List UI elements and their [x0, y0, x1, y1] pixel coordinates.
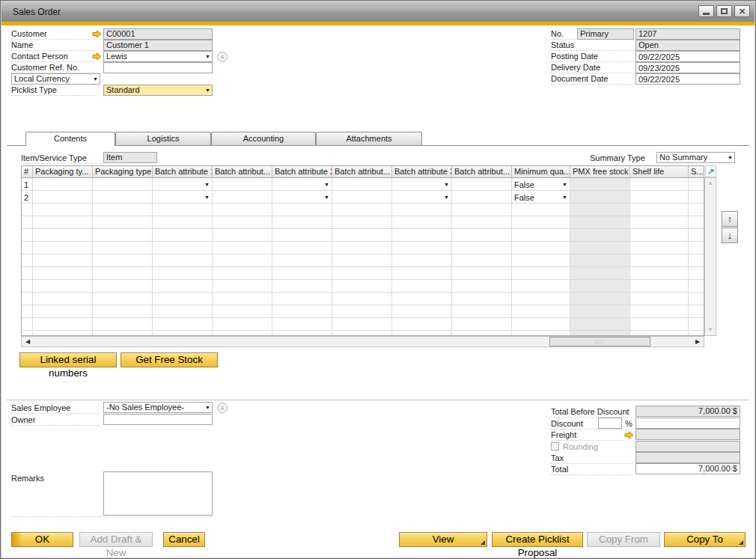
table-cell[interactable]	[33, 242, 93, 254]
table-cell[interactable]	[153, 242, 213, 254]
table-cell[interactable]	[153, 216, 213, 228]
table-cell[interactable]: ▼	[392, 178, 452, 190]
table-cell[interactable]	[570, 318, 630, 330]
table-cell[interactable]	[630, 280, 689, 292]
table-cell[interactable]	[689, 204, 704, 216]
table-cell[interactable]	[93, 267, 153, 279]
table-cell[interactable]	[332, 280, 392, 292]
table-cell[interactable]	[452, 305, 512, 317]
table-cell[interactable]	[452, 293, 512, 305]
table-cell[interactable]	[22, 267, 33, 279]
name-field[interactable]: Customer 1	[103, 40, 213, 51]
minimize-button[interactable]	[698, 5, 714, 17]
table-cell[interactable]	[213, 331, 272, 336]
table-cell[interactable]	[93, 305, 153, 317]
table-cell[interactable]	[392, 318, 452, 330]
currency-combo[interactable]: Local Currency ▼	[11, 73, 100, 85]
tab-contents[interactable]: Contents	[25, 132, 115, 146]
table-cell[interactable]	[689, 280, 704, 292]
table-cell[interactable]	[332, 267, 392, 279]
table-cell[interactable]	[22, 318, 33, 330]
table-cell[interactable]: ▼	[392, 191, 452, 203]
table-cell[interactable]	[33, 204, 93, 216]
table-cell[interactable]	[33, 191, 93, 203]
table-cell[interactable]	[332, 191, 392, 203]
table-cell[interactable]	[213, 191, 272, 203]
table-cell[interactable]	[33, 267, 93, 279]
table-cell[interactable]	[630, 242, 689, 254]
discount-percent-input[interactable]	[598, 418, 622, 429]
table-cell[interactable]	[272, 254, 332, 266]
table-cell[interactable]	[570, 204, 630, 216]
table-cell[interactable]	[93, 331, 153, 336]
get-free-stock-button[interactable]: Get Free Stock	[121, 352, 218, 367]
table-cell[interactable]	[153, 305, 213, 317]
table-cell[interactable]	[452, 267, 512, 279]
table-cell[interactable]	[392, 280, 452, 292]
contact-list-circle-icon[interactable]: ≡	[217, 52, 228, 62]
table-cell[interactable]	[452, 216, 512, 228]
document-date-input[interactable]	[635, 73, 740, 85]
horizontal-scrollbar[interactable]: ◀ ▶ ∷∷∷	[21, 336, 704, 347]
table-cell[interactable]	[272, 242, 332, 254]
tab-logistics[interactable]: Logistics	[115, 132, 211, 145]
table-cell[interactable]	[272, 293, 332, 305]
table-cell[interactable]	[332, 216, 392, 228]
table-cell[interactable]	[630, 191, 689, 203]
table-cell[interactable]	[213, 280, 272, 292]
table-cell[interactable]	[452, 280, 512, 292]
total-field[interactable]: 7,000.00 $	[635, 463, 740, 474]
table-cell[interactable]	[512, 267, 570, 279]
delivery-date-input[interactable]	[635, 62, 740, 73]
table-cell[interactable]	[93, 229, 153, 241]
table-cell[interactable]	[392, 305, 452, 317]
table-cell[interactable]	[512, 229, 570, 241]
table-cell[interactable]	[689, 254, 704, 266]
table-cell[interactable]	[93, 191, 153, 203]
scroll-down-icon[interactable]: ▼	[705, 325, 716, 335]
table-cell[interactable]: False▼	[512, 191, 570, 203]
create-picklist-proposal-button[interactable]: Create Picklist Proposal	[492, 532, 583, 547]
table-cell[interactable]	[630, 267, 689, 279]
table-cell[interactable]	[213, 254, 272, 266]
table-cell[interactable]	[33, 293, 93, 305]
scroll-up-icon[interactable]: ▲	[705, 178, 716, 189]
table-cell[interactable]	[570, 191, 630, 203]
table-cell[interactable]	[93, 318, 153, 330]
table-cell[interactable]	[22, 293, 33, 305]
table-cell[interactable]	[153, 204, 213, 216]
table-cell[interactable]	[570, 280, 630, 292]
table-cell[interactable]	[22, 242, 33, 254]
table-cell[interactable]	[213, 305, 272, 317]
table-cell[interactable]: ▼	[153, 191, 213, 203]
table-cell[interactable]	[570, 267, 630, 279]
table-cell[interactable]	[272, 305, 332, 317]
tab-attachments[interactable]: Attachments	[316, 132, 422, 145]
table-cell[interactable]	[512, 204, 570, 216]
view-button[interactable]: View	[399, 532, 487, 547]
table-cell[interactable]	[630, 305, 689, 317]
table-cell[interactable]	[689, 331, 704, 336]
contact-person-combo[interactable]: Lewis ▼	[103, 51, 213, 62]
linked-serial-numbers-button[interactable]: Linked serial numbers	[19, 352, 117, 367]
table-cell[interactable]	[332, 305, 392, 317]
freight-link-arrow-icon[interactable]	[624, 431, 634, 439]
customer-link-arrow-icon[interactable]	[92, 30, 102, 38]
ok-button[interactable]: OK	[11, 532, 73, 547]
table-cell[interactable]	[93, 178, 153, 190]
table-cell[interactable]	[22, 204, 33, 216]
table-cell[interactable]	[213, 242, 272, 254]
table-cell[interactable]	[689, 293, 704, 305]
table-cell[interactable]	[689, 191, 704, 203]
discount-amount-field[interactable]	[635, 418, 740, 429]
table-cell[interactable]	[630, 229, 689, 241]
table-cell[interactable]	[272, 229, 332, 241]
table-cell[interactable]	[332, 178, 392, 190]
table-cell[interactable]	[153, 229, 213, 241]
close-button[interactable]: ✕	[734, 5, 750, 17]
row-number-cell[interactable]: 1	[22, 178, 33, 190]
table-cell[interactable]	[93, 216, 153, 228]
copy-from-button[interactable]: Copy From	[587, 532, 660, 547]
table-cell[interactable]	[93, 293, 153, 305]
posting-date-input[interactable]	[635, 51, 740, 62]
